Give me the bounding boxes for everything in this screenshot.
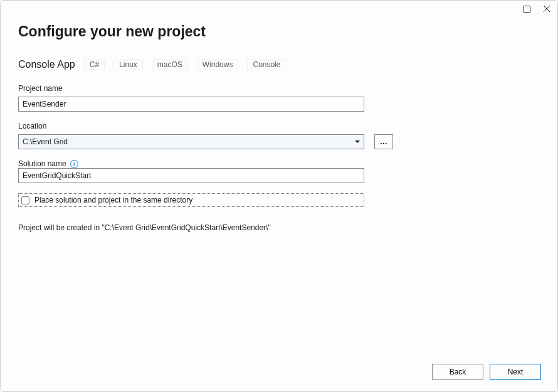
project-name-input[interactable] <box>18 97 364 112</box>
tag-csharp: C# <box>84 59 105 70</box>
window-controls <box>522 4 551 13</box>
project-path-summary: Project will be created in "C:\Event Gri… <box>18 223 540 232</box>
project-name-block: Project name <box>18 84 540 112</box>
footer-buttons: Back Next <box>432 364 541 380</box>
project-name-label: Project name <box>18 84 540 93</box>
next-button[interactable]: Next <box>490 364 541 380</box>
solution-name-label-row: Solution name i <box>18 159 540 168</box>
same-directory-label[interactable]: Place solution and project in the same d… <box>34 196 192 204</box>
content-area: Configure your new project Console App C… <box>1 1 557 232</box>
chevron-down-icon <box>355 140 360 143</box>
solution-name-label: Solution name <box>18 159 66 168</box>
tag-macos: macOS <box>152 59 188 70</box>
location-row: C:\Event Grid ... <box>18 134 540 149</box>
location-label: Location <box>18 122 540 130</box>
same-directory-row[interactable]: Place solution and project in the same d… <box>18 193 364 207</box>
browse-button[interactable]: ... <box>374 134 393 149</box>
tag-linux: Linux <box>113 59 143 70</box>
solution-name-input[interactable] <box>18 168 364 183</box>
location-combo[interactable]: C:\Event Grid <box>18 134 364 149</box>
page-title: Configure your new project <box>18 23 540 40</box>
svg-rect-0 <box>524 6 530 12</box>
solution-name-block: Solution name i <box>18 159 540 183</box>
location-block: Location C:\Event Grid ... <box>18 122 540 149</box>
maximize-icon[interactable] <box>522 4 531 13</box>
close-icon[interactable] <box>542 4 551 13</box>
same-directory-checkbox[interactable] <box>21 196 29 204</box>
location-value: C:\Event Grid <box>23 137 68 146</box>
tag-windows: Windows <box>197 59 239 70</box>
tag-console: Console <box>247 59 286 70</box>
template-row: Console App C# Linux macOS Windows Conso… <box>18 59 540 70</box>
configure-project-window: Configure your new project Console App C… <box>0 0 558 392</box>
back-button[interactable]: Back <box>432 364 483 380</box>
info-icon[interactable]: i <box>70 160 78 168</box>
template-name: Console App <box>18 59 75 70</box>
